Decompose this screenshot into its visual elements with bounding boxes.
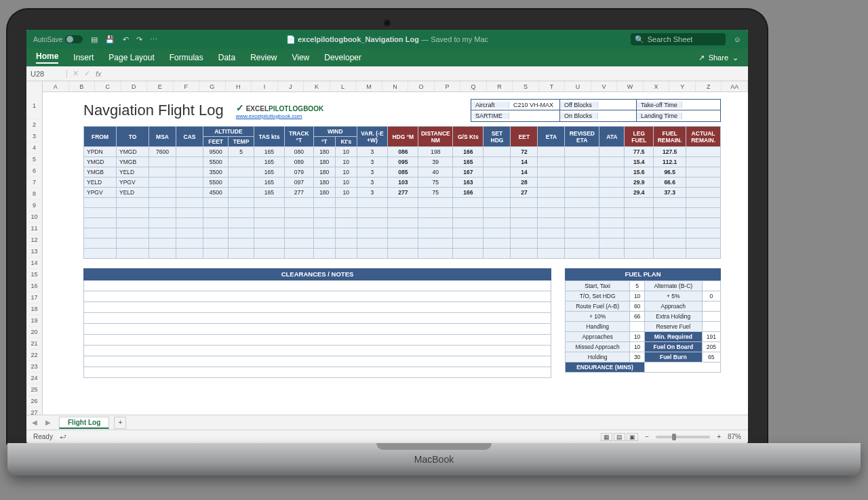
file-icon: 📄 — [286, 35, 296, 43]
row-headers[interactable]: 1 2 3 4 56789101112131415161718192021222… — [26, 92, 43, 415]
tab-data[interactable]: Data — [218, 53, 235, 62]
chevron-down-icon[interactable]: ⌄ — [732, 54, 738, 62]
save-icon[interactable]: ▤ — [91, 35, 98, 43]
add-sheet-button[interactable]: + — [114, 417, 126, 429]
tab-home[interactable]: Home — [36, 51, 58, 64]
zoom-in-icon[interactable]: + — [717, 433, 721, 440]
status-bar: Ready ⮐ ▦▤▣ − + 87% — [26, 430, 748, 443]
column-headers[interactable]: ABCDEFGHIJKLMNOPQRSTUVWXYZAA — [26, 81, 748, 92]
tab-next-icon[interactable]: ▶ — [45, 419, 51, 426]
table-row[interactable]: YPDNYMGD76009500516508018010308619816672… — [84, 147, 721, 157]
tab-developer[interactable]: Developer — [324, 53, 361, 62]
fuel-plan-box: FUEL PLAN Start, Taxi5Alternate (B-C) T/… — [565, 268, 721, 378]
share-icon[interactable]: ↗ — [698, 54, 705, 62]
tab-page-layout[interactable]: Page Layout — [108, 53, 154, 62]
search-input[interactable]: 🔍 Search Sheet — [631, 33, 726, 45]
formula-bar: U28 ✕ ✓ fx — [26, 66, 748, 81]
tab-prev-icon[interactable]: ◀ — [32, 419, 37, 426]
sheet-tab-flight-log[interactable]: Flight Log — [59, 417, 109, 429]
tab-insert[interactable]: Insert — [73, 53, 94, 62]
logo: ✓EXCELPILOTLOGBOOK www.excelpilotlogbook… — [236, 102, 323, 119]
titlebar: AutoSave ▤ 💾 ↶ ↷ ⋯ 📄 excelpilotlogbook_N… — [26, 30, 748, 49]
name-box[interactable]: U28 — [26, 70, 67, 78]
page-title: Navgiation Flight Log — [83, 102, 224, 119]
info-times: Take-off Time Landing Time — [636, 99, 721, 122]
tab-review[interactable]: Review — [250, 53, 277, 62]
spreadsheet-grid[interactable]: 1 2 3 4 56789101112131415161718192021222… — [26, 92, 748, 415]
undo-icon[interactable]: ↶ — [123, 35, 129, 43]
smile-icon[interactable]: ☺︎ — [734, 35, 741, 43]
accessibility-icon[interactable]: ⮐ — [60, 433, 66, 440]
search-icon: 🔍 — [635, 35, 644, 44]
save-icon-2[interactable]: 💾 — [105, 35, 115, 43]
clearances-box[interactable]: CLEARANCES / NOTES — [83, 268, 551, 378]
document-title: 📄 excelpilotlogbook_Navigation Log — Sav… — [286, 35, 488, 44]
sheet-tabs: ◀ ▶ Flight Log + — [26, 415, 748, 430]
quick-access-toolbar: ▤ 💾 ↶ ↷ ⋯ — [88, 35, 159, 44]
info-aircraft: AircraftC210 VH-MAX SARTIME — [471, 99, 560, 122]
info-blocks: Off Blocks On Blocks — [559, 99, 637, 122]
cancel-icon[interactable]: ✕ — [73, 69, 79, 78]
table-row[interactable]: YPGVYELD4500165277180103277751662729.437… — [84, 188, 721, 198]
tab-formulas[interactable]: Formulas — [170, 53, 203, 62]
table-row[interactable]: YMGBYELD3500165079180103085401671415.696… — [84, 167, 721, 178]
zoom-level[interactable]: 87% — [728, 433, 741, 440]
nav-table[interactable]: FROM TO MSA CAS ALTITUDE TAS kts TRACK °… — [83, 126, 721, 259]
laptop-base: MacBook — [7, 443, 861, 476]
view-buttons[interactable]: ▦▤▣ — [599, 433, 638, 440]
table-row[interactable]: YMGDYMGB5500165089180103095391651415.411… — [84, 157, 721, 167]
more-icon[interactable]: ⋯ — [150, 35, 157, 43]
logo-link[interactable]: www.excelpilotlogbook.com — [236, 113, 323, 119]
tab-view[interactable]: View — [292, 53, 309, 62]
ribbon: Home Insert Page Layout Formulas Data Re… — [26, 49, 748, 66]
table-row[interactable]: YELDYPGV5500165097180103103751632829.966… — [84, 178, 721, 188]
redo-icon[interactable]: ↷ — [136, 35, 142, 43]
status-ready: Ready — [33, 433, 53, 440]
confirm-icon[interactable]: ✓ — [84, 69, 90, 78]
fx-label[interactable]: fx — [96, 70, 102, 78]
zoom-slider[interactable] — [656, 436, 710, 438]
autosave-toggle[interactable]: AutoSave — [33, 35, 83, 43]
zoom-out-icon[interactable]: − — [645, 433, 649, 440]
share-button[interactable]: Share — [709, 54, 728, 62]
